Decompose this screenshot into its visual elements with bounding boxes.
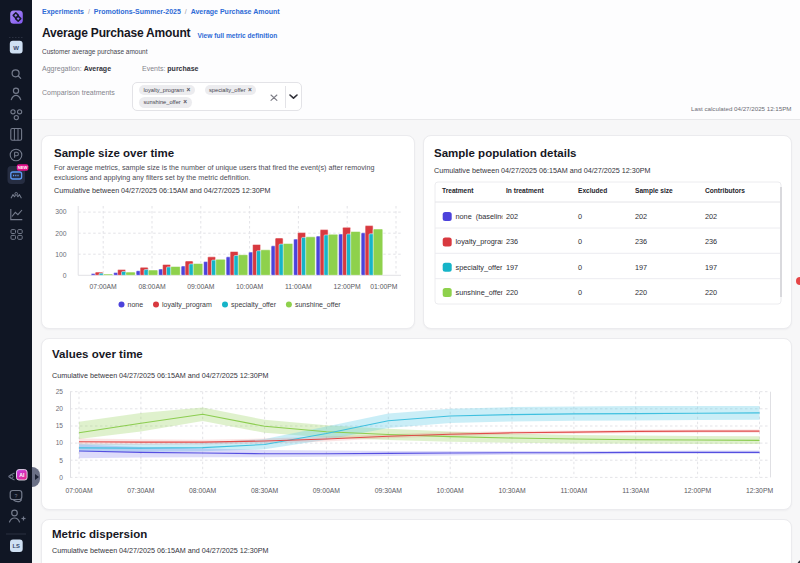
- svg-text:11:30AM: 11:30AM: [622, 487, 649, 494]
- svg-text:specialty_offer: specialty_offer: [456, 263, 503, 272]
- svg-text:20: 20: [56, 405, 64, 412]
- svg-text:5: 5: [59, 457, 63, 464]
- svg-text:12:30PM: 12:30PM: [746, 487, 774, 494]
- svg-text:07:00AM: 07:00AM: [90, 283, 118, 290]
- svg-text:NEW: NEW: [18, 165, 28, 170]
- svg-text:220: 220: [635, 288, 647, 297]
- svg-text:08:00AM: 08:00AM: [189, 487, 217, 494]
- svg-text:11:00AM: 11:00AM: [285, 283, 312, 290]
- svg-text:loyalty_program: loyalty_program: [162, 301, 212, 309]
- svg-text:202: 202: [635, 212, 647, 221]
- svg-text:Treatment: Treatment: [442, 187, 474, 194]
- svg-text:10:30AM: 10:30AM: [498, 487, 526, 494]
- svg-text:07:30AM: 07:30AM: [127, 487, 155, 494]
- svg-text:09:00AM: 09:00AM: [187, 283, 215, 290]
- svg-text:236: 236: [506, 237, 518, 246]
- svg-text:loyalty_program: loyalty_program: [456, 237, 508, 246]
- svg-text:LS: LS: [13, 543, 21, 549]
- svg-text:236: 236: [705, 237, 717, 246]
- svg-text:sunshine_offer: sunshine_offer: [456, 288, 504, 297]
- svg-text:100: 100: [55, 251, 67, 258]
- svg-text:0: 0: [578, 212, 582, 221]
- svg-text:none (baseline): none (baseline): [456, 212, 508, 221]
- svg-text:202: 202: [705, 212, 717, 221]
- svg-text:Contributors: Contributors: [705, 187, 745, 194]
- svg-text:10:00AM: 10:00AM: [236, 283, 264, 290]
- svg-text:0: 0: [59, 474, 63, 481]
- svg-text:In treatment: In treatment: [506, 187, 545, 194]
- svg-text:0: 0: [578, 237, 582, 246]
- svg-text:AI: AI: [19, 472, 25, 478]
- svg-text:200: 200: [55, 230, 67, 237]
- svg-text:10: 10: [56, 439, 64, 446]
- svg-text:12:00PM: 12:00PM: [684, 487, 712, 494]
- svg-text:0: 0: [578, 288, 582, 297]
- svg-text:12:00PM: 12:00PM: [334, 283, 362, 290]
- svg-text:0: 0: [578, 263, 582, 272]
- svg-text:202: 202: [506, 212, 518, 221]
- svg-text:07:00AM: 07:00AM: [65, 487, 93, 494]
- svg-text:11:00AM: 11:00AM: [561, 487, 588, 494]
- svg-text:09:30AM: 09:30AM: [375, 487, 403, 494]
- svg-text:220: 220: [705, 288, 717, 297]
- svg-text:sunshine_offer: sunshine_offer: [295, 301, 341, 309]
- svg-text:08:30AM: 08:30AM: [251, 487, 279, 494]
- svg-text:197: 197: [705, 263, 717, 272]
- svg-text:197: 197: [506, 263, 518, 272]
- svg-text:10:00AM: 10:00AM: [437, 487, 465, 494]
- svg-text:300: 300: [55, 208, 67, 215]
- svg-text:Excluded: Excluded: [578, 187, 607, 194]
- svg-text:08:00AM: 08:00AM: [138, 283, 166, 290]
- svg-text:236: 236: [635, 237, 647, 246]
- svg-text:01:00PM: 01:00PM: [370, 283, 398, 290]
- svg-text:none: none: [128, 301, 144, 308]
- svg-text:0: 0: [63, 272, 67, 279]
- svg-text:15: 15: [56, 422, 64, 429]
- svg-text:W: W: [13, 45, 19, 51]
- svg-text:09:00AM: 09:00AM: [313, 487, 341, 494]
- svg-text:197: 197: [635, 263, 647, 272]
- svg-text:specialty_offer: specialty_offer: [231, 301, 277, 309]
- svg-text:25: 25: [56, 388, 64, 395]
- svg-text:?: ?: [15, 493, 18, 499]
- svg-text:Sample size: Sample size: [635, 187, 673, 195]
- svg-text:220: 220: [506, 288, 518, 297]
